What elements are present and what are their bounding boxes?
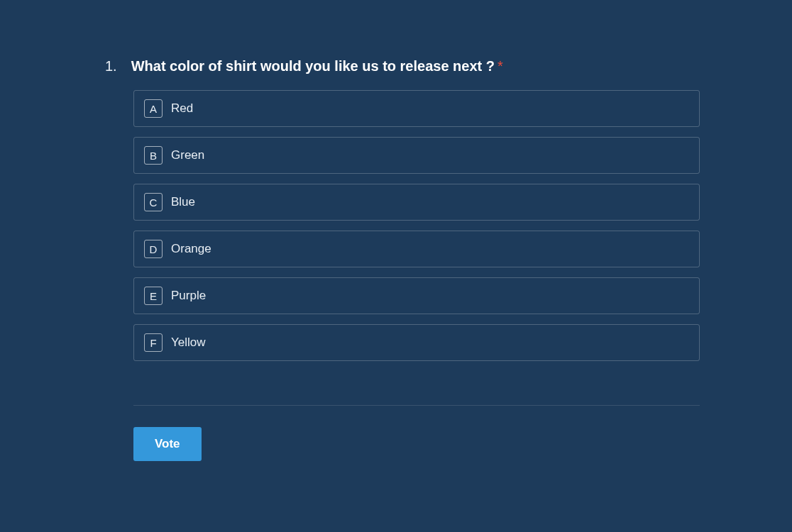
option-label: Blue xyxy=(171,195,195,209)
option-key: F xyxy=(144,333,163,352)
options-list: A Red B Green C Blue D Orange E Purple F… xyxy=(133,90,700,361)
option-f[interactable]: F Yellow xyxy=(133,324,700,361)
option-key: D xyxy=(144,240,163,258)
vote-button[interactable]: Vote xyxy=(133,427,202,461)
option-key: A xyxy=(144,99,163,118)
option-e[interactable]: E Purple xyxy=(133,277,700,314)
option-c[interactable]: C Blue xyxy=(133,184,700,221)
option-key: C xyxy=(144,193,163,211)
question-number: 1. xyxy=(105,58,117,74)
question-text-content: What color of shirt would you like us to… xyxy=(131,58,495,74)
required-marker: * xyxy=(497,58,503,74)
divider xyxy=(133,405,700,406)
option-label: Red xyxy=(171,101,193,116)
option-b[interactable]: B Green xyxy=(133,137,700,174)
option-label: Green xyxy=(171,148,204,162)
question-header: 1. What color of shirt would you like us… xyxy=(105,58,700,74)
option-key: B xyxy=(144,146,163,165)
option-d[interactable]: D Orange xyxy=(133,231,700,267)
option-label: Purple xyxy=(171,289,206,303)
question-text: What color of shirt would you like us to… xyxy=(131,58,503,74)
option-label: Yellow xyxy=(171,336,206,350)
option-label: Orange xyxy=(171,242,211,256)
option-key: E xyxy=(144,287,163,305)
option-a[interactable]: A Red xyxy=(133,90,700,127)
